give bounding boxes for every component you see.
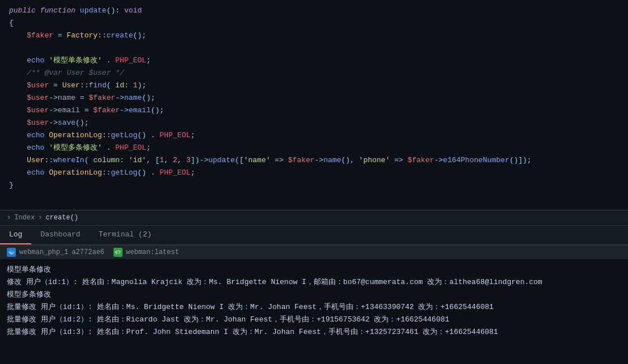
- code-token: ,: [178, 154, 182, 167]
- log-line: 修改 用户（id:1）: 姓名由：Magnolia Krajcik 改为：Ms.…: [7, 276, 621, 289]
- code-token: $user: [27, 79, 49, 92]
- status-container2: 🏷 webman:latest: [113, 248, 179, 257]
- code-token: name: [124, 92, 142, 104]
- code-token: [129, 79, 133, 92]
- code-token: (): [137, 129, 146, 142]
- code-token: ();: [142, 92, 155, 104]
- code-token: [9, 92, 27, 104]
- code-token: getLog: [111, 129, 137, 142]
- breadcrumb-index[interactable]: Index: [14, 214, 35, 222]
- code-token: $faker: [407, 154, 434, 167]
- code-token: PHP_EOL: [159, 129, 191, 142]
- code-token: PHP_EOL: [115, 54, 146, 67]
- code-token: .: [107, 142, 111, 154]
- code-token: [85, 92, 89, 104]
- code-token: 1: [133, 79, 138, 92]
- code-token: ->: [115, 92, 124, 104]
- code-token: User: [27, 154, 44, 167]
- log-line: 模型多条修改: [7, 289, 621, 301]
- code-token: id:: [115, 79, 128, 92]
- code-token: [111, 142, 115, 154]
- code-token: ->: [315, 154, 324, 167]
- code-token: getLog: [111, 167, 137, 179]
- code-token: [120, 5, 124, 17]
- tab-log[interactable]: Log: [0, 226, 31, 244]
- code-line: $user->save();: [0, 117, 628, 129]
- code-token: ->: [200, 154, 209, 167]
- code-token: [111, 79, 116, 92]
- code-token: /** @var User $user */: [27, 67, 124, 79]
- code-token: [271, 154, 275, 167]
- code-token: ]): [191, 154, 200, 167]
- code-token: [9, 154, 27, 167]
- code-line: echo '模型单条修改' . PHP_EOL;: [0, 54, 628, 67]
- code-token: (: [85, 154, 89, 167]
- tab-dashboard[interactable]: Dashboard: [31, 226, 89, 244]
- code-token: $faker: [288, 154, 315, 167]
- code-token: 'name': [244, 154, 271, 167]
- code-line: {: [0, 17, 628, 29]
- docker-icon: 🐳: [7, 248, 16, 257]
- code-token: ;: [146, 142, 151, 154]
- code-token: (),: [341, 154, 354, 167]
- code-line: /** @var User $user */: [0, 67, 628, 79]
- code-token: echo: [27, 142, 44, 154]
- code-line: $user = User::find( id: 1);: [0, 79, 628, 92]
- code-token: [9, 129, 27, 142]
- code-token: [9, 167, 27, 179]
- code-line: echo '模型多条修改' . PHP_EOL;: [0, 142, 628, 154]
- code-token: update: [208, 154, 235, 167]
- code-token: [168, 154, 173, 167]
- code-token: name: [323, 154, 341, 167]
- code-token: echo: [27, 54, 44, 67]
- code-token: {: [9, 17, 14, 29]
- container2-name: webman:latest: [126, 248, 179, 256]
- log-line: 批量修改 用户（id:1）: 姓名由：Ms. Bridgette Nienow …: [7, 301, 621, 314]
- code-token: =>: [394, 154, 403, 167]
- code-token: [151, 154, 155, 167]
- code-token: [111, 54, 115, 67]
- code-token: '模型多条修改': [49, 142, 102, 154]
- container1-name: webman_php_1: [19, 248, 68, 256]
- code-token: ,: [146, 154, 151, 167]
- code-token: =: [53, 79, 58, 92]
- code-token: ;: [191, 129, 195, 142]
- code-token: ::: [44, 154, 53, 167]
- code-token: ->: [49, 104, 58, 117]
- code-token: $user: [27, 92, 49, 104]
- code-token: find: [89, 79, 107, 92]
- code-token: [124, 154, 129, 167]
- code-token: [44, 167, 49, 179]
- code-token: [146, 129, 151, 142]
- code-token: ;: [191, 167, 195, 179]
- code-token: 3: [186, 154, 191, 167]
- tab-terminal[interactable]: Terminal (2): [90, 226, 161, 244]
- code-token: [390, 154, 394, 167]
- code-token: [9, 117, 27, 129]
- code-token: Factory: [66, 29, 98, 42]
- code-token: ->: [120, 104, 129, 117]
- code-token: =>: [275, 154, 284, 167]
- code-token: ::: [102, 167, 111, 179]
- code-token: ,: [164, 154, 168, 167]
- log-line: 模型单条修改: [7, 264, 621, 276]
- breadcrumb-create[interactable]: create(): [45, 214, 78, 222]
- code-token: e164PhoneNumber: [443, 154, 509, 167]
- code-token: OperationLog: [49, 167, 102, 179]
- code-token: [146, 167, 151, 179]
- code-token: .: [151, 167, 155, 179]
- code-token: (: [107, 79, 111, 92]
- code-token: [49, 79, 53, 92]
- code-token: [284, 154, 288, 167]
- code-editor: public function update(): void{ $faker =…: [0, 0, 628, 210]
- code-token: PHP_EOL: [115, 142, 146, 154]
- breadcrumb-arrow: ›: [7, 214, 11, 222]
- code-token: public: [9, 5, 36, 17]
- code-token: [44, 142, 49, 154]
- code-token: [9, 29, 27, 42]
- code-token: 'phone': [359, 154, 390, 167]
- code-token: void: [124, 5, 142, 17]
- code-token: [403, 154, 408, 167]
- code-token: [53, 29, 58, 42]
- code-token: [62, 29, 67, 42]
